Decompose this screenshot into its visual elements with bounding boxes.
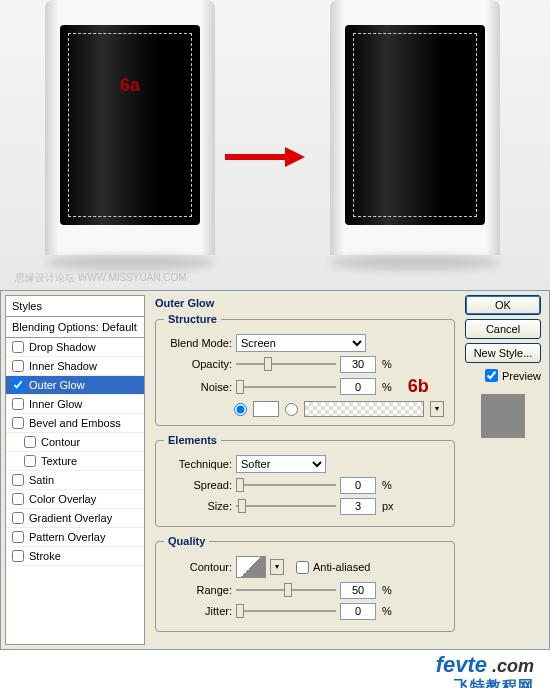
structure-legend: Structure bbox=[164, 313, 221, 325]
style-label: Stroke bbox=[29, 550, 61, 562]
style-checkbox[interactable] bbox=[12, 493, 24, 505]
jitter-unit: % bbox=[382, 605, 392, 617]
style-checkbox[interactable] bbox=[12, 550, 24, 562]
arrow-icon bbox=[225, 150, 305, 164]
dialog-buttons: OK Cancel New Style... Preview bbox=[465, 295, 545, 645]
noise-input[interactable] bbox=[340, 378, 376, 395]
style-item-outer-glow[interactable]: Outer Glow bbox=[6, 376, 144, 395]
size-input[interactable] bbox=[340, 498, 376, 515]
glow-color-swatch[interactable] bbox=[253, 401, 279, 417]
style-checkbox[interactable] bbox=[12, 398, 24, 410]
style-item-stroke[interactable]: Stroke bbox=[6, 547, 144, 566]
style-item-bevel-and-emboss[interactable]: Bevel and Emboss bbox=[6, 414, 144, 433]
elements-legend: Elements bbox=[164, 434, 221, 446]
style-item-texture[interactable]: Texture bbox=[6, 452, 144, 471]
style-item-inner-glow[interactable]: Inner Glow bbox=[6, 395, 144, 414]
quality-legend: Quality bbox=[164, 535, 209, 547]
style-checkbox[interactable] bbox=[12, 379, 24, 391]
layer-style-dialog: Styles Blending Options: Default Drop Sh… bbox=[0, 290, 550, 650]
gradient-swatch[interactable] bbox=[304, 401, 424, 417]
antialiased-checkbox[interactable] bbox=[296, 561, 309, 574]
style-label: Inner Glow bbox=[29, 398, 82, 410]
preview-swatch bbox=[481, 394, 525, 438]
panel-title: Outer Glow bbox=[155, 295, 455, 313]
opacity-slider[interactable] bbox=[236, 355, 336, 373]
style-checkbox[interactable] bbox=[24, 455, 36, 467]
style-checkbox[interactable] bbox=[12, 341, 24, 353]
size-slider[interactable] bbox=[236, 497, 336, 515]
style-label: Inner Shadow bbox=[29, 360, 97, 372]
style-label: Bevel and Emboss bbox=[29, 417, 121, 429]
gradient-radio[interactable] bbox=[285, 403, 298, 416]
style-checkbox[interactable] bbox=[12, 531, 24, 543]
range-label: Range: bbox=[164, 584, 232, 596]
shadow bbox=[330, 255, 500, 270]
style-item-color-overlay[interactable]: Color Overlay bbox=[6, 490, 144, 509]
opacity-input[interactable] bbox=[340, 356, 376, 373]
styles-header[interactable]: Styles bbox=[6, 296, 144, 317]
cancel-button[interactable]: Cancel bbox=[465, 319, 541, 339]
spread-label: Spread: bbox=[164, 479, 232, 491]
style-label: Outer Glow bbox=[29, 379, 85, 391]
blend-mode-select[interactable]: Screen bbox=[236, 334, 366, 352]
noise-unit: % bbox=[382, 381, 392, 393]
blend-mode-label: Blend Mode: bbox=[164, 337, 232, 349]
step-label-6a: 6a bbox=[120, 75, 140, 96]
preview-checkbox[interactable] bbox=[485, 369, 498, 382]
solid-color-radio[interactable] bbox=[234, 403, 247, 416]
chevron-down-icon[interactable]: ▾ bbox=[270, 559, 284, 575]
chevron-down-icon[interactable]: ▾ bbox=[430, 401, 444, 417]
style-item-pattern-overlay[interactable]: Pattern Overlay bbox=[6, 528, 144, 547]
noise-slider[interactable] bbox=[236, 378, 336, 396]
size-label: Size: bbox=[164, 500, 232, 512]
preview-label: Preview bbox=[502, 370, 541, 382]
elements-group: Elements Technique: Softer Spread: % Siz… bbox=[155, 434, 455, 527]
style-item-gradient-overlay[interactable]: Gradient Overlay bbox=[6, 509, 144, 528]
style-item-drop-shadow[interactable]: Drop Shadow bbox=[6, 338, 144, 357]
settings-panel: Outer Glow Structure Blend Mode: Screen … bbox=[151, 295, 459, 645]
styles-list-panel: Styles Blending Options: Default Drop Sh… bbox=[5, 295, 145, 645]
style-label: Pattern Overlay bbox=[29, 531, 105, 543]
style-checkbox[interactable] bbox=[12, 360, 24, 372]
spread-unit: % bbox=[382, 479, 392, 491]
shadow bbox=[45, 255, 215, 270]
jitter-label: Jitter: bbox=[164, 605, 232, 617]
contour-swatch[interactable] bbox=[236, 556, 266, 578]
style-checkbox[interactable] bbox=[12, 417, 24, 429]
range-unit: % bbox=[382, 584, 392, 596]
selection-marquee bbox=[353, 33, 477, 217]
selection-marquee bbox=[68, 33, 192, 217]
jitter-slider[interactable] bbox=[236, 602, 336, 620]
structure-group: Structure Blend Mode: Screen Opacity: % … bbox=[155, 313, 455, 426]
style-item-contour[interactable]: Contour bbox=[6, 433, 144, 452]
style-label: Texture bbox=[41, 455, 77, 467]
style-checkbox[interactable] bbox=[12, 474, 24, 486]
style-checkbox[interactable] bbox=[12, 512, 24, 524]
spread-input[interactable] bbox=[340, 477, 376, 494]
style-item-satin[interactable]: Satin bbox=[6, 471, 144, 490]
brand-subtitle: 飞特教程网 bbox=[454, 677, 534, 688]
style-label: Satin bbox=[29, 474, 54, 486]
range-slider[interactable] bbox=[236, 581, 336, 599]
ok-button[interactable]: OK bbox=[465, 295, 541, 315]
watermark-text: 思缘设计论坛 WWW.MISSYUAN.COM bbox=[15, 271, 187, 285]
style-label: Contour bbox=[41, 436, 80, 448]
blending-options-row[interactable]: Blending Options: Default bbox=[6, 317, 144, 338]
device-screen: 6a bbox=[60, 25, 200, 225]
spread-slider[interactable] bbox=[236, 476, 336, 494]
style-item-inner-shadow[interactable]: Inner Shadow bbox=[6, 357, 144, 376]
opacity-unit: % bbox=[382, 358, 392, 370]
brand-domain: .com bbox=[487, 656, 534, 676]
device-after bbox=[330, 0, 500, 255]
technique-select[interactable]: Softer bbox=[236, 455, 326, 473]
style-label: Color Overlay bbox=[29, 493, 96, 505]
style-label: Gradient Overlay bbox=[29, 512, 112, 524]
jitter-input[interactable] bbox=[340, 603, 376, 620]
style-checkbox[interactable] bbox=[24, 436, 36, 448]
device-before: 6a bbox=[45, 0, 215, 255]
quality-group: Quality Contour: ▾ Anti-aliased Range: %… bbox=[155, 535, 455, 632]
range-input[interactable] bbox=[340, 582, 376, 599]
step-label-6b: 6b bbox=[408, 376, 429, 397]
noise-label: Noise: bbox=[164, 381, 232, 393]
new-style-button[interactable]: New Style... bbox=[465, 343, 541, 363]
